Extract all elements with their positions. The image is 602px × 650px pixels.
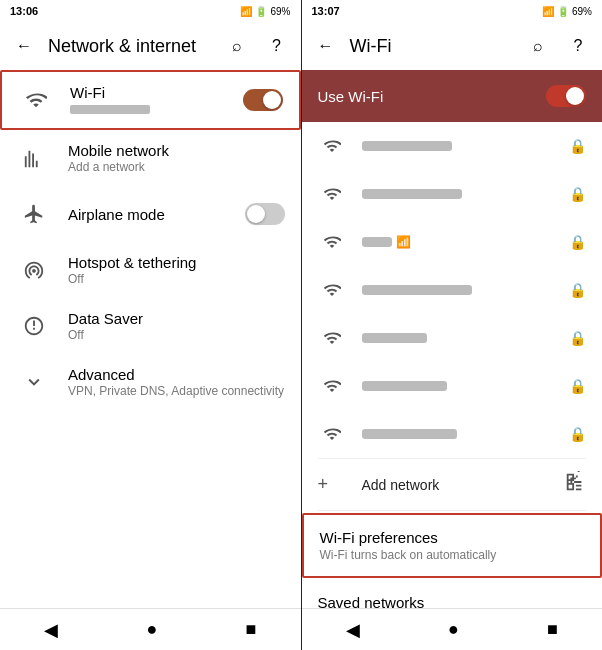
wifi-network-name-3 <box>362 285 472 295</box>
wifi-signal-icon-4 <box>318 329 346 347</box>
wifi-network-scrolled[interactable]: 🔒 <box>302 122 603 170</box>
mobile-network-item[interactable]: Mobile network Add a network <box>0 130 301 186</box>
wifi-lock-icon-0: 🔒 <box>569 138 586 154</box>
data-saver-subtitle: Off <box>68 328 285 342</box>
wifi-network-4[interactable]: 🔒 <box>302 314 603 362</box>
back-button-left[interactable]: ← <box>8 30 40 62</box>
battery-icon-right: 🔋 <box>557 6 569 17</box>
status-icons-right: 📶 🔋 69% <box>542 6 592 17</box>
mobile-network-title: Mobile network <box>68 142 285 159</box>
data-saver-text: Data Saver Off <box>68 310 285 342</box>
hotspot-icon <box>16 252 52 288</box>
add-network-label: Add network <box>362 477 565 493</box>
hotspot-tethering-item[interactable]: Hotspot & tethering Off <box>0 242 301 298</box>
wifi-network-name-1 <box>362 189 462 199</box>
saved-networks-item[interactable]: Saved networks 8 networks <box>302 580 603 608</box>
status-bar-right: 13:07 📶 🔋 69% <box>302 0 603 22</box>
hotspot-title: Hotspot & tethering <box>68 254 285 271</box>
status-time-right: 13:07 <box>312 5 340 17</box>
app-bar-right: ← Wi-Fi ⌕ ? <box>302 22 603 70</box>
add-network-row[interactable]: + Add network <box>302 459 603 510</box>
network-internet-screen: 13:06 📶 🔋 69% ← Network & internet ⌕ ? <box>0 0 301 650</box>
mobile-network-subtitle: Add a network <box>68 160 285 174</box>
wifi-lock-icon-5: 🔒 <box>569 378 586 394</box>
recents-nav-right[interactable]: ■ <box>523 611 582 648</box>
app-bar-icons-left: ⌕ ? <box>221 30 293 62</box>
settings-list: Wi-Fi Mob <box>0 70 301 608</box>
wifi-lock-icon-6: 🔒 <box>569 426 586 442</box>
saved-networks-title: Saved networks <box>318 594 587 608</box>
airplane-toggle-container[interactable] <box>245 203 285 225</box>
wifi-network-name-2a <box>362 237 392 247</box>
wifi-network-name-6 <box>362 429 457 439</box>
wifi-setting-item[interactable]: Wi-Fi <box>0 70 301 130</box>
wifi-signal-icon-0 <box>318 137 346 155</box>
advanced-subtitle: VPN, Private DNS, Adaptive connectivity <box>68 384 285 398</box>
back-nav-left[interactable]: ◀ <box>20 611 82 649</box>
wifi-list: 🔒 🔒 📶 🔒 <box>302 122 603 608</box>
wifi-signal-icon-5 <box>318 377 346 395</box>
battery-percent-left: 69% <box>270 6 290 17</box>
home-nav-left[interactable]: ● <box>122 611 181 648</box>
battery-icon: 🔋 <box>255 6 267 17</box>
wifi-network-row-2: 📶 <box>362 235 411 249</box>
airplane-mode-icon <box>16 196 52 232</box>
wifi-network-icon-2: 📶 <box>396 235 411 249</box>
wifi-toggle[interactable] <box>243 89 283 111</box>
wifi-preferences-title: Wi-Fi preferences <box>320 529 585 546</box>
use-wifi-label: Use Wi-Fi <box>318 88 547 105</box>
back-nav-right[interactable]: ◀ <box>322 611 384 649</box>
data-saver-item[interactable]: Data Saver Off <box>0 298 301 354</box>
wifi-item-subtitle <box>70 102 235 116</box>
battery-percent-right: 69% <box>572 6 592 17</box>
airplane-toggle-knob <box>247 205 265 223</box>
nav-bar-left: ◀ ● ■ <box>0 608 301 650</box>
advanced-item[interactable]: Advanced VPN, Private DNS, Adaptive conn… <box>0 354 301 410</box>
search-button-right[interactable]: ⌕ <box>522 30 554 62</box>
wifi-preferences-subtitle: Wi-Fi turns back on automatically <box>320 548 585 562</box>
qr-code-icon[interactable] <box>564 471 586 498</box>
recents-nav-left[interactable]: ■ <box>222 611 281 648</box>
use-wifi-toggle-knob <box>566 87 584 105</box>
wifi-network-6[interactable]: 🔒 <box>302 410 603 458</box>
add-network-icon: + <box>318 474 346 495</box>
status-icons-left: 📶 🔋 69% <box>240 6 290 17</box>
wifi-icon <box>18 82 54 118</box>
airplane-mode-text: Airplane mode <box>68 206 237 223</box>
wifi-signal-icon-3 <box>318 281 346 299</box>
wifi-status-icon: 📶 <box>240 6 252 17</box>
status-bar-left: 13:06 📶 🔋 69% <box>0 0 301 22</box>
wifi-toggle-container[interactable] <box>243 89 283 111</box>
wifi-item-title: Wi-Fi <box>70 84 235 101</box>
help-button-right[interactable]: ? <box>562 30 594 62</box>
home-nav-right[interactable]: ● <box>424 611 483 648</box>
wifi-network-name-0 <box>362 141 452 151</box>
advanced-text: Advanced VPN, Private DNS, Adaptive conn… <box>68 366 285 398</box>
app-bar-icons-right: ⌕ ? <box>522 30 594 62</box>
wifi-network-5[interactable]: 🔒 <box>302 362 603 410</box>
wifi-item-text: Wi-Fi <box>70 84 235 116</box>
wifi-network-3[interactable]: 🔒 <box>302 266 603 314</box>
wifi-toggle-knob <box>263 91 281 109</box>
use-wifi-toggle[interactable] <box>546 85 586 107</box>
use-wifi-header[interactable]: Use Wi-Fi <box>302 70 603 122</box>
wifi-lock-icon-1: 🔒 <box>569 186 586 202</box>
nav-bar-right: ◀ ● ■ <box>302 608 603 650</box>
page-title-right: Wi-Fi <box>350 36 523 57</box>
wifi-lock-icon-4: 🔒 <box>569 330 586 346</box>
help-button-left[interactable]: ? <box>261 30 293 62</box>
wifi-network-2[interactable]: 📶 🔒 <box>302 218 603 266</box>
airplane-toggle[interactable] <box>245 203 285 225</box>
airplane-mode-item[interactable]: Airplane mode <box>0 186 301 242</box>
wifi-network-name-5 <box>362 381 447 391</box>
wifi-signal-icon-6 <box>318 425 346 443</box>
wifi-network-1[interactable]: 🔒 <box>302 170 603 218</box>
page-title-left: Network & internet <box>48 36 221 57</box>
search-button-left[interactable]: ⌕ <box>221 30 253 62</box>
advanced-icon <box>16 364 52 400</box>
wifi-preferences-item[interactable]: Wi-Fi preferences Wi-Fi turns back on au… <box>302 513 603 578</box>
back-button-right[interactable]: ← <box>310 30 342 62</box>
wifi-network-name-4 <box>362 333 427 343</box>
airplane-mode-title: Airplane mode <box>68 206 237 223</box>
data-saver-icon <box>16 308 52 344</box>
